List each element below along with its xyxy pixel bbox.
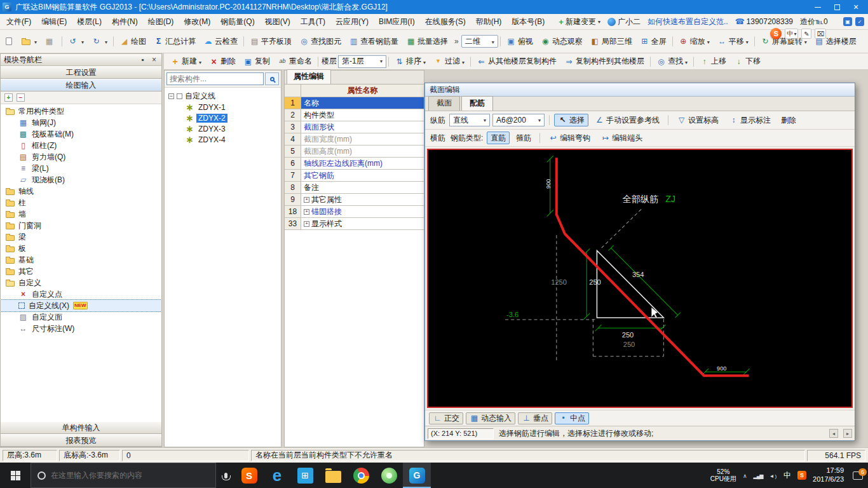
nav-single-component-button[interactable]: 单构件输入 bbox=[1, 421, 161, 434]
redo-button[interactable] bbox=[88, 35, 111, 48]
rebar-spec-combo[interactable]: A6@200▾ bbox=[492, 114, 545, 126]
sogou-ime-icon[interactable]: S bbox=[770, 28, 782, 39]
nav-custom-point[interactable]: 自定义点 bbox=[1, 288, 161, 300]
property-row[interactable]: 18 锚固搭接 bbox=[285, 206, 424, 218]
clock[interactable]: 17:59 2017/6/23 bbox=[813, 466, 844, 484]
delete-rebar-button[interactable]: 删除 bbox=[777, 114, 800, 126]
dim-250-bottom[interactable]: 250 bbox=[622, 331, 634, 339]
property-row[interactable]: 5 截面高度(mm) bbox=[285, 146, 424, 158]
level-label[interactable]: -3.6 bbox=[506, 311, 519, 318]
component-zdyx-4[interactable]: ZDYX-4 bbox=[166, 134, 280, 145]
property-row[interactable]: 3 截面形状 bbox=[285, 121, 424, 133]
property-row[interactable]: 9 其它属性 bbox=[285, 194, 424, 206]
menu-component[interactable]: 构件(N) bbox=[107, 15, 143, 29]
dim-250-bottom2[interactable]: 250 bbox=[623, 341, 635, 348]
nav-report-preview-button[interactable]: 报表预览 bbox=[1, 434, 161, 447]
pan-button[interactable]: 平移 bbox=[714, 35, 752, 48]
summary-calc-button[interactable]: 汇总计算 bbox=[150, 35, 200, 48]
ime-mode-button[interactable]: 中▾ bbox=[785, 29, 798, 39]
nav-project-settings-button[interactable]: 工程设置 bbox=[1, 66, 161, 79]
nav-folder-opening[interactable]: 门窗洞 bbox=[1, 220, 161, 231]
nav-folder-custom[interactable]: 自定义 bbox=[1, 277, 161, 288]
menu-online-service[interactable]: 在线服务(S) bbox=[420, 15, 471, 29]
save-button[interactable] bbox=[41, 35, 60, 48]
new-change-button[interactable]: +新建变更▾ bbox=[559, 17, 600, 27]
top-view-button[interactable]: 俯视 bbox=[503, 35, 537, 48]
taskbar-360-browser[interactable] bbox=[375, 463, 403, 488]
dynamic-input-button[interactable]: 动态输入 bbox=[466, 412, 515, 424]
rebar-annotation[interactable]: 全部纵筋 bbox=[623, 194, 658, 204]
help-tip-link[interactable]: 如何快速布置自定义范.. bbox=[648, 17, 728, 27]
ime-indicator[interactable]: 中 bbox=[783, 471, 791, 479]
menu-tool-icon-2[interactable]: ✓ bbox=[855, 17, 864, 26]
open-file-button[interactable] bbox=[18, 35, 41, 48]
menu-file[interactable]: 文件(F) bbox=[1, 15, 36, 29]
property-row[interactable]: 6 轴线距左边线距离(mm) bbox=[285, 158, 424, 170]
copy-component-button[interactable]: 复制 bbox=[240, 55, 274, 68]
nav-folder-wall[interactable]: 墙 bbox=[1, 208, 161, 220]
dim-250-side[interactable]: 250 bbox=[589, 278, 601, 286]
delete-component-button[interactable]: 删除 bbox=[205, 55, 240, 68]
draw-button[interactable]: 绘图 bbox=[116, 35, 150, 48]
sogou-tray-icon[interactable]: S bbox=[797, 471, 806, 480]
nav-draw-input-button[interactable]: 绘图输入 bbox=[1, 79, 161, 92]
dim-1250[interactable]: 1250 bbox=[551, 278, 567, 286]
maximize-button[interactable] bbox=[827, 0, 846, 14]
menu-version[interactable]: 版本号(B) bbox=[506, 15, 550, 29]
menu-floor[interactable]: 楼层(L) bbox=[72, 15, 107, 29]
sort-button[interactable]: 排序 bbox=[391, 55, 430, 68]
find-button[interactable]: 查找 bbox=[653, 55, 691, 68]
search-button[interactable] bbox=[265, 72, 279, 85]
nav-custom-face[interactable]: 自定义面 bbox=[1, 311, 161, 323]
select-button[interactable]: 选择 bbox=[554, 114, 588, 126]
rebar-line[interactable] bbox=[557, 158, 749, 376]
toolbar-overflow-button[interactable]: » bbox=[452, 35, 461, 48]
taskbar-explorer[interactable] bbox=[319, 463, 347, 488]
taskbar-chrome[interactable] bbox=[347, 463, 375, 488]
tab-section[interactable]: 截面 bbox=[428, 96, 460, 111]
menu-tools[interactable]: 工具(T) bbox=[295, 15, 330, 29]
nav-folder-slab[interactable]: 板 bbox=[1, 243, 161, 254]
nav-folder-beam[interactable]: 梁 bbox=[1, 231, 161, 243]
taskbar-glodon[interactable] bbox=[403, 463, 431, 488]
mid-point-button[interactable]: 中点 bbox=[555, 412, 589, 424]
zoom-button[interactable]: 缩放 bbox=[675, 35, 714, 48]
nav-raft-foundation[interactable]: 筏板基础(M) bbox=[1, 128, 161, 140]
rebar-annotation-zj[interactable]: ZJ bbox=[665, 194, 675, 204]
nav-cast-slab[interactable]: 现浇板(B) bbox=[1, 174, 161, 186]
move-up-button[interactable]: 上移 bbox=[696, 55, 730, 68]
nav-folder-other[interactable]: 其它 bbox=[1, 266, 161, 277]
component-zdyx-3[interactable]: ZDYX-3 bbox=[166, 123, 280, 134]
collapse-all-icon[interactable]: − bbox=[17, 93, 25, 102]
menu-help[interactable]: 帮助(H) bbox=[471, 15, 507, 29]
property-row[interactable]: 4 截面宽度(mm) bbox=[285, 133, 424, 146]
mic-button[interactable] bbox=[216, 463, 235, 488]
network-icon[interactable] bbox=[753, 472, 763, 479]
line-type-combo[interactable]: 直线▾ bbox=[449, 114, 490, 126]
ortho-button[interactable]: 正交 bbox=[429, 412, 463, 424]
rename-component-button[interactable]: 重命名 bbox=[274, 55, 316, 68]
scroll-right-button[interactable]: ▸ bbox=[843, 429, 852, 438]
batch-select-button[interactable]: 批量选择 bbox=[402, 35, 452, 48]
straight-rebar-button[interactable]: 直筋 bbox=[487, 132, 510, 144]
collapse-icon[interactable]: − bbox=[168, 93, 174, 99]
expand-icon[interactable] bbox=[304, 197, 309, 203]
perp-point-button[interactable]: 垂点 bbox=[518, 412, 552, 424]
cpu-widget[interactable]: 52% CPU使用 bbox=[710, 468, 736, 483]
dim-900[interactable]: 900 bbox=[717, 365, 726, 372]
component-zdyx-2[interactable]: ZDYX-2 bbox=[166, 112, 280, 123]
component-tree-root[interactable]: − 自定义线 bbox=[166, 90, 280, 102]
taskbar-store[interactable] bbox=[291, 463, 319, 488]
orbit-button[interactable]: 动态观察 bbox=[537, 35, 587, 48]
ime-pen-icon[interactable]: ✎ bbox=[801, 29, 811, 39]
nav-axis-grid[interactable]: 轴网(J) bbox=[1, 117, 161, 128]
edit-end-button[interactable]: 编辑端头 bbox=[597, 132, 646, 144]
dimension-lines[interactable] bbox=[547, 156, 750, 375]
property-row[interactable]: 8 备注 bbox=[285, 182, 424, 194]
property-row[interactable]: 33 显示样式 bbox=[285, 218, 424, 230]
cloud-check-button[interactable]: 云检查 bbox=[200, 35, 241, 48]
view-rebar-button[interactable]: 查看钢筋量 bbox=[345, 35, 402, 48]
filter-button[interactable]: 过滤 bbox=[430, 55, 468, 68]
section-canvas[interactable]: 1250 250 354 250 250 -3.6 900 900 全部纵筋 Z… bbox=[427, 149, 853, 408]
pin-icon[interactable]: ▪ bbox=[139, 56, 147, 64]
